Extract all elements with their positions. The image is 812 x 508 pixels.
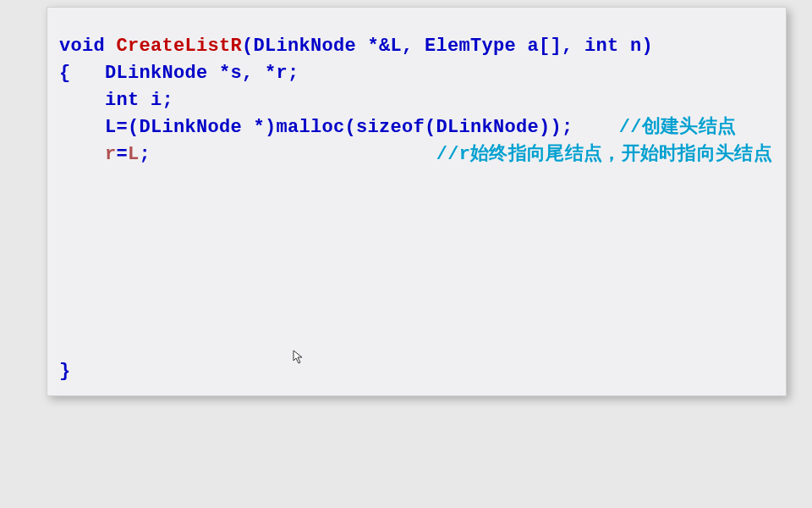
code-line-3: int i; [59,87,777,114]
function-name: CreateListR [117,36,243,57]
statement: L=(DLinkNode *)malloc(sizeof(DLinkNode))… [105,117,573,138]
indent [59,117,105,138]
code-line-5: r=L; //r始终指向尾结点，开始时指向头结点 [59,141,777,168]
comment: //r始终指向尾结点，开始时指向头结点 [436,144,772,165]
code-line-1: void CreateListR(DLinkNode *&L, ElemType… [59,33,777,60]
indent [59,144,105,165]
comment: //创建头结点 [619,117,737,138]
code-line-close: } [59,358,777,385]
var-L: L [128,144,140,165]
gap [151,144,436,165]
declaration: DLinkNode *s, *r; [105,63,299,84]
semicolon: ; [140,144,151,165]
brace-close: } [59,361,71,382]
equals: = [117,144,129,165]
code-line-2: { DLinkNode *s, *r; [59,60,777,87]
var-r: r [105,144,117,165]
gap [573,117,619,138]
signature: (DLinkNode *&L, ElemType a[], int n) [242,36,653,57]
indent [59,90,105,111]
declaration: int i; [105,90,173,111]
code-line-4: L=(DLinkNode *)malloc(sizeof(DLinkNode))… [59,114,777,141]
code-panel: void CreateListR(DLinkNode *&L, ElemType… [47,7,787,396]
brace-open: { [59,63,105,84]
keyword-void: void [59,36,117,57]
